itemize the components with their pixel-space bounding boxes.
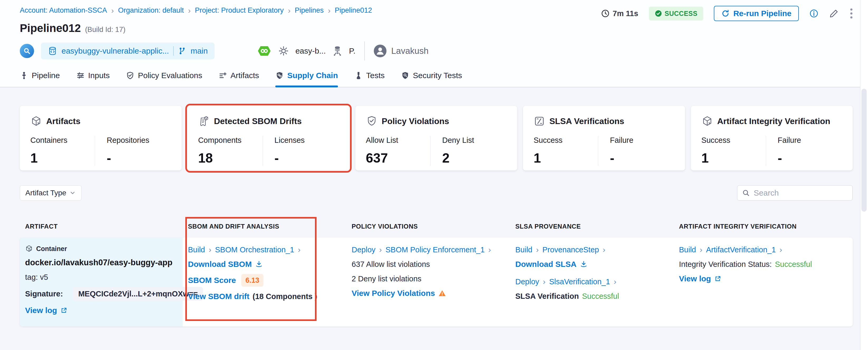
warning-triangle-icon bbox=[438, 289, 446, 297]
stat-value: 1 bbox=[30, 151, 95, 166]
git-branch-icon bbox=[178, 47, 186, 55]
chevron-right-icon: › bbox=[488, 245, 492, 254]
branch-name-link[interactable]: main bbox=[191, 46, 208, 56]
tab-pipeline[interactable]: Pipeline bbox=[20, 71, 60, 87]
pill-divider bbox=[173, 46, 174, 56]
edit-pencil-icon[interactable] bbox=[829, 8, 839, 19]
slsa-badge-icon bbox=[533, 115, 545, 127]
tab-supply-chain[interactable]: Supply Chain bbox=[275, 71, 338, 87]
clock-icon bbox=[601, 9, 610, 18]
trigger-short: P. bbox=[349, 46, 355, 56]
status-badge: SUCCESS bbox=[649, 7, 703, 21]
stage-link[interactable]: Build bbox=[515, 245, 532, 254]
chevron-down-icon bbox=[69, 190, 76, 196]
stat-value: 1 bbox=[702, 151, 766, 166]
drift-components-note: (18 Components ) bbox=[253, 292, 317, 301]
breadcrumb-organization[interactable]: Organization: default bbox=[118, 6, 184, 14]
stat-label: Success bbox=[533, 136, 598, 145]
step-link[interactable]: SBOM Policy Enforcement_1 bbox=[385, 245, 485, 254]
stat-deny-list: Deny List 2 bbox=[430, 136, 506, 166]
stat-label: Allow List bbox=[366, 136, 430, 145]
breadcrumb-project[interactable]: Project: Product Exploratory bbox=[195, 6, 283, 14]
deny-list-violations: 2 Deny list violations bbox=[352, 274, 421, 284]
artifact-type-label: Container bbox=[36, 244, 67, 253]
view-log-link[interactable]: View log bbox=[25, 306, 57, 315]
tab-inputs[interactable]: Inputs bbox=[76, 71, 110, 87]
pipeline-icon bbox=[20, 71, 28, 80]
repo-branch-pill: easybuggy-vulnerable-applic... main bbox=[41, 42, 215, 59]
breadcrumb-pipeline012[interactable]: Pipeline012 bbox=[335, 6, 372, 14]
rerun-pipeline-label: Re-run Pipeline bbox=[733, 9, 792, 18]
artifact-type-select[interactable]: Artifact Type bbox=[20, 185, 82, 201]
check-circle-icon bbox=[655, 10, 662, 17]
table-row: Container docker.io/lavakush07/easy-bugg… bbox=[20, 237, 853, 326]
run-duration-text: 7m 11s bbox=[613, 9, 638, 18]
search-icon bbox=[742, 189, 750, 197]
cube-icon bbox=[702, 115, 713, 127]
vertical-divider bbox=[364, 41, 365, 60]
step-link[interactable]: ArtifactVerification_1 bbox=[706, 245, 776, 254]
tab-security-tests[interactable]: Security Tests bbox=[401, 71, 462, 87]
stat-label: Licenses bbox=[275, 136, 339, 145]
view-sbom-drift-link[interactable]: View SBOM drift bbox=[188, 292, 249, 301]
refresh-icon bbox=[721, 9, 730, 18]
stage-link[interactable]: Build bbox=[679, 245, 696, 254]
info-icon[interactable] bbox=[809, 9, 818, 18]
trigger-group: easy-b... P. bbox=[257, 43, 355, 58]
step-link[interactable]: ProvenanceStep bbox=[542, 245, 599, 254]
artifact-cell: Container docker.io/lavakush07/easy-bugg… bbox=[20, 237, 183, 326]
trigger-name: easy-b... bbox=[296, 46, 326, 56]
rerun-pipeline-button[interactable]: Re-run Pipeline bbox=[714, 6, 799, 21]
tab-bar: Pipeline Inputs Policy Evaluations Artif… bbox=[20, 71, 868, 87]
col-header-sbom: SBOM AND DRIFT ANALYSIS bbox=[183, 223, 346, 230]
repo-name-link[interactable]: easybuggy-vulnerable-applic... bbox=[62, 46, 169, 56]
col-header-slsa: SLSA PROVENANCE bbox=[510, 223, 674, 230]
user-avatar-icon bbox=[374, 44, 386, 57]
card-artifacts: Artifacts Containers 1 Repositories - bbox=[20, 106, 182, 170]
page-scrollbar[interactable] bbox=[860, 0, 868, 350]
stage-link[interactable]: Build bbox=[188, 245, 205, 254]
user-name: Lavakush bbox=[391, 46, 429, 56]
stat-label: Failure bbox=[778, 136, 842, 145]
build-meta-row: easybuggy-vulnerable-applic... main easy… bbox=[20, 41, 868, 70]
stat-value: - bbox=[778, 151, 842, 166]
build-id: (Build Id: 17) bbox=[85, 26, 125, 34]
stat-label: Failure bbox=[610, 136, 674, 145]
tab-label: Policy Evaluations bbox=[138, 71, 202, 80]
download-slsa-link[interactable]: Download SLSA bbox=[515, 259, 577, 269]
supply-chain-content: Artifacts Containers 1 Repositories - De… bbox=[0, 87, 853, 326]
sbom-score-link[interactable]: SBOM Score bbox=[188, 276, 236, 285]
step-link[interactable]: SlsaVerification_1 bbox=[549, 277, 610, 286]
external-link-icon bbox=[60, 307, 68, 314]
breadcrumb-separator: › bbox=[328, 7, 331, 14]
shield-scan-icon bbox=[401, 71, 409, 80]
download-sbom-link[interactable]: Download SBOM bbox=[188, 259, 252, 269]
stat-label: Components bbox=[198, 136, 262, 145]
stage-link[interactable]: Deploy bbox=[515, 277, 539, 286]
chevron-right-icon: › bbox=[613, 277, 617, 286]
view-log-link[interactable]: View log bbox=[679, 274, 711, 284]
stat-licenses: Licenses - bbox=[263, 136, 339, 166]
integrity-status-value: Successful bbox=[775, 259, 812, 269]
stage-link[interactable]: Deploy bbox=[352, 245, 375, 254]
stat-repositories: Repositories - bbox=[95, 136, 171, 166]
search-input[interactable] bbox=[754, 188, 856, 197]
stat-success: Success 1 bbox=[533, 136, 598, 166]
chevron-right-icon: › bbox=[699, 245, 703, 254]
tab-tests[interactable]: Tests bbox=[354, 71, 384, 87]
stat-success: Success 1 bbox=[702, 136, 766, 166]
gear-icon bbox=[277, 45, 289, 57]
tab-artifacts[interactable]: Artifacts bbox=[219, 71, 259, 87]
step-link[interactable]: SBOM Orchestration_1 bbox=[215, 245, 294, 254]
card-title: Detected SBOM Drifts bbox=[214, 117, 302, 126]
tab-label: Tests bbox=[366, 71, 384, 80]
kebab-menu-icon[interactable] bbox=[849, 8, 853, 19]
sbom-score-badge: 6.13 bbox=[241, 274, 264, 287]
breadcrumb-account[interactable]: Account: Automation-SSCA bbox=[20, 6, 107, 14]
view-policy-violations-link[interactable]: View Policy Violations bbox=[352, 288, 435, 298]
breadcrumb-pipelines[interactable]: Pipelines bbox=[295, 6, 324, 14]
tab-policy-evaluations[interactable]: Policy Evaluations bbox=[126, 71, 202, 87]
chevron-right-icon: › bbox=[542, 277, 546, 286]
scrollbar-thumb[interactable] bbox=[861, 89, 867, 212]
card-slsa-verifications: SLSA Verifications Success 1 Failure - bbox=[523, 106, 685, 170]
